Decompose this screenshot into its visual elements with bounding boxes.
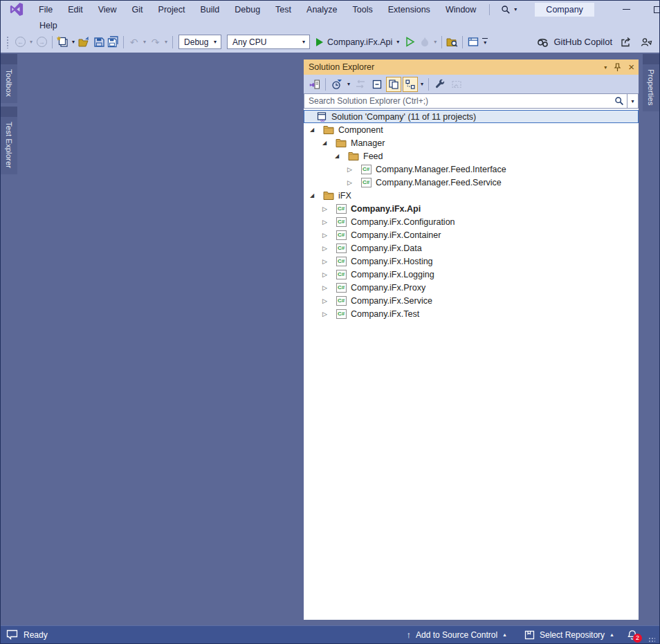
menu-item-file[interactable]: File — [31, 3, 60, 16]
tree-item[interactable]: ▷C#Company.iFx.Logging — [304, 268, 639, 281]
hot-reload-caret-icon[interactable]: ▾ — [432, 39, 439, 45]
window-title-solution-name[interactable]: Company — [535, 3, 594, 17]
expanded-chevron-icon[interactable]: ◢ — [308, 192, 323, 199]
tree-item[interactable]: ▷C#Company.Manager.Feed.Interface — [304, 163, 639, 176]
redo-button[interactable]: ↷ — [148, 35, 163, 50]
hot-reload-button[interactable] — [417, 35, 432, 50]
window-position-caret-icon[interactable]: ▾ — [604, 64, 607, 71]
collapsed-chevron-icon[interactable]: ▷ — [320, 311, 336, 318]
expanded-chevron-icon[interactable]: ◢ — [308, 127, 323, 133]
file-nesting-button[interactable] — [403, 77, 418, 92]
solution-explorer-titlebar[interactable]: Solution Explorer ▾ × — [304, 59, 639, 75]
properties-button[interactable] — [432, 77, 448, 92]
feedback-button[interactable] — [639, 35, 654, 50]
collapsed-chevron-icon[interactable]: ▷ — [320, 297, 336, 304]
live-share-button[interactable] — [618, 35, 633, 50]
search-input[interactable] — [304, 96, 612, 106]
tree-item[interactable]: ▷C#Company.iFx.Hosting — [304, 255, 639, 268]
menu-item-analyze[interactable]: Analyze — [299, 3, 345, 16]
preview-selected-items-button[interactable] — [449, 77, 464, 92]
pin-icon[interactable] — [614, 63, 621, 72]
menu-item-edit[interactable]: Edit — [60, 3, 91, 16]
select-repository-button[interactable]: Select Repository ▲ — [518, 626, 621, 644]
add-to-source-control-button[interactable]: ↑ Add to Source Control ▲ — [401, 626, 514, 644]
collapsed-chevron-icon[interactable]: ▷ — [345, 166, 360, 173]
toolbar-separator — [172, 36, 173, 48]
tree-item[interactable]: ▷C#Company.Manager.Feed.Service — [304, 176, 639, 189]
pending-changes-filter-button[interactable] — [329, 77, 345, 92]
tree-item[interactable]: ▷C#Company.iFx.Container — [304, 228, 639, 241]
menu-item-debug[interactable]: Debug — [227, 3, 268, 16]
side-tab-toolbox[interactable]: Toolbox — [1, 54, 17, 103]
menu-item-help[interactable]: Help — [32, 19, 65, 32]
new-project-button[interactable] — [55, 35, 70, 50]
side-tab-properties[interactable]: Properties — [643, 54, 659, 111]
navigate-back-button[interactable]: ← — [13, 35, 28, 50]
run-target-caret-icon[interactable]: ▾ — [396, 39, 399, 45]
collapsed-chevron-icon[interactable]: ▷ — [320, 258, 336, 265]
tree-item[interactable]: ◢Manager — [304, 136, 639, 149]
menu-item-build[interactable]: Build — [192, 3, 227, 16]
toolbar-grip[interactable] — [6, 36, 9, 48]
menu-item-test[interactable]: Test — [268, 3, 299, 16]
quick-search-button[interactable]: ▾ — [495, 5, 522, 15]
menu-item-tools[interactable]: Tools — [345, 3, 381, 16]
tree-item[interactable]: ◢iFX — [304, 189, 639, 202]
start-without-debugging-button[interactable] — [403, 35, 417, 50]
start-debugging-button[interactable]: Company.iFx.Api ▾ — [313, 37, 403, 47]
show-all-files-button[interactable] — [386, 77, 401, 92]
sync-with-active-document-button[interactable] — [353, 77, 368, 92]
menu-item-window[interactable]: Window — [438, 3, 484, 16]
tree-item[interactable]: ∞Solution 'Company' (11 of 11 projects) — [304, 110, 639, 123]
file-nesting-caret-icon[interactable]: ▾ — [419, 81, 425, 87]
search-caret-icon[interactable]: ▾ — [514, 6, 517, 12]
collapsed-chevron-icon[interactable]: ▷ — [320, 271, 336, 278]
github-copilot-button[interactable]: GitHub Copilot — [536, 37, 612, 48]
tree-item[interactable]: ▷C#Company.iFx.Data — [304, 241, 639, 255]
minimize-button[interactable] — [611, 1, 642, 18]
undo-caret-icon[interactable]: ▾ — [141, 39, 148, 45]
toolbar-options-button[interactable]: ▾ — [480, 38, 490, 46]
navigate-back-caret-icon[interactable]: ▾ — [28, 39, 35, 45]
search-button[interactable] — [612, 96, 627, 106]
tree-item[interactable]: ▷C#Company.iFx.Service — [304, 294, 639, 307]
filter-caret-icon[interactable]: ▾ — [345, 81, 352, 87]
search-options-caret-icon[interactable]: ▾ — [627, 94, 638, 108]
tree-item[interactable]: ◢Feed — [304, 149, 639, 163]
switch-views-button[interactable] — [306, 77, 322, 92]
tree-item[interactable]: ▷C#Company.iFx.Test — [304, 307, 639, 320]
menu-item-project[interactable]: Project — [151, 3, 193, 16]
expanded-chevron-icon[interactable]: ◢ — [333, 153, 348, 159]
redo-caret-icon[interactable]: ▾ — [163, 39, 169, 45]
side-tab-test-explorer[interactable]: Test Explorer — [1, 107, 17, 174]
tree-item[interactable]: ▷C#Company.iFx.Configuration — [304, 215, 639, 228]
save-all-button[interactable] — [106, 35, 120, 50]
save-button[interactable] — [91, 35, 106, 50]
collapse-all-button[interactable] — [369, 77, 385, 92]
solution-platform-combo[interactable]: Any CPU ▾ — [227, 35, 310, 49]
tree-item[interactable]: ▷C#Company.iFx.Proxy — [304, 281, 639, 294]
collapsed-chevron-icon[interactable]: ▷ — [345, 179, 360, 186]
collapsed-chevron-icon[interactable]: ▷ — [320, 219, 336, 226]
new-project-caret-icon[interactable]: ▾ — [70, 39, 77, 45]
menu-item-view[interactable]: View — [91, 3, 125, 16]
collapsed-chevron-icon[interactable]: ▷ — [320, 205, 336, 212]
collapsed-chevron-icon[interactable]: ▷ — [320, 245, 336, 252]
solution-configuration-combo[interactable]: Debug ▾ — [178, 35, 221, 49]
collapsed-chevron-icon[interactable]: ▷ — [320, 284, 336, 291]
undo-button[interactable]: ↶ — [127, 35, 141, 50]
tree-item[interactable]: ▷C#Company.iFx.Api — [304, 202, 639, 215]
tree-item[interactable]: ◢Component — [304, 123, 639, 136]
navigate-forward-button[interactable]: → — [35, 35, 49, 50]
maximize-button[interactable] — [642, 1, 660, 18]
menu-item-extensions[interactable]: Extensions — [381, 3, 438, 16]
solution-explorer-home-button[interactable] — [466, 35, 480, 50]
expanded-chevron-icon[interactable]: ◢ — [320, 140, 336, 146]
find-in-files-button[interactable] — [445, 35, 459, 50]
menu-item-git[interactable]: Git — [125, 3, 151, 16]
collapsed-chevron-icon[interactable]: ▷ — [320, 232, 336, 239]
open-file-button[interactable] — [77, 35, 91, 50]
resize-grip[interactable] — [648, 637, 655, 644]
notifications-button[interactable]: 2 — [625, 628, 639, 642]
tool-window-close-icon[interactable]: × — [628, 63, 634, 71]
